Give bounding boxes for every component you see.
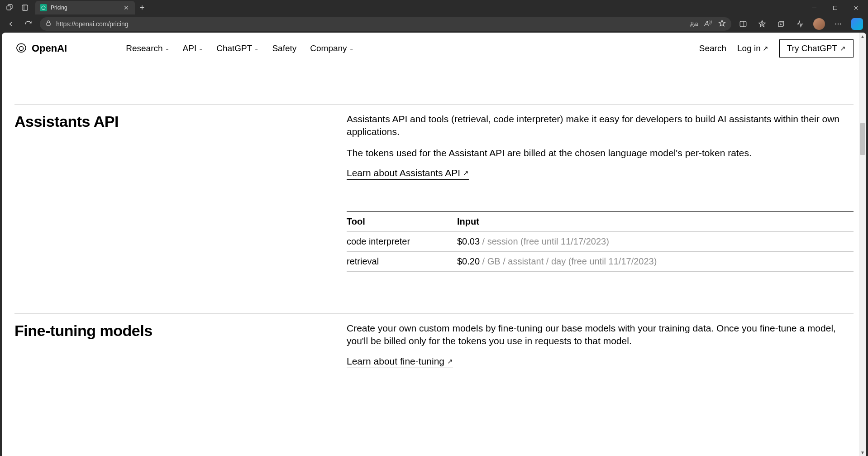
scroll-down-arrow[interactable]: ▼ (859, 449, 866, 456)
finetune-title: Fine-tuning models (14, 322, 347, 340)
favorite-icon[interactable] (718, 19, 726, 29)
login-link[interactable]: Log in↗ (737, 43, 768, 53)
external-arrow-icon: ↗ (840, 44, 846, 53)
profile-avatar[interactable] (811, 17, 827, 31)
assistants-desc-2: The tokens used for the Assistant API ar… (347, 147, 854, 159)
table-header-row: Tool Input (347, 211, 854, 231)
assistants-title: Assistants API (14, 113, 347, 130)
search-link[interactable]: Search (699, 43, 726, 53)
table-row: code interpreter $0.03 / session (free u… (347, 231, 854, 251)
close-button[interactable] (845, 0, 866, 15)
svg-point-17 (838, 24, 839, 24)
brand-name: OpenAI (32, 43, 67, 54)
svg-rect-9 (740, 21, 746, 27)
svg-point-19 (19, 47, 24, 51)
finetune-desc: Create your own custom models by fine-tu… (347, 322, 854, 348)
lock-icon (45, 20, 52, 28)
table-row: retrieval $0.20 / GB / assistant / day (… (347, 251, 854, 272)
maximize-button[interactable] (825, 0, 845, 15)
chevron-down-icon: ⌄ (199, 46, 203, 52)
th-input: Input (457, 216, 854, 227)
nav-api[interactable]: API⌄ (183, 43, 203, 53)
refresh-button[interactable] (20, 17, 36, 31)
td-tool: code interpreter (347, 236, 457, 247)
svg-point-16 (835, 24, 836, 24)
workspaces-icon[interactable] (17, 0, 33, 15)
collections-icon[interactable] (773, 17, 789, 31)
chevron-down-icon: ⌄ (254, 46, 258, 52)
favorites-icon[interactable] (754, 17, 770, 31)
browser-tab[interactable]: Pricing ✕ (35, 1, 135, 14)
titlebar: Pricing ✕ + (0, 0, 868, 15)
browser-chrome: Pricing ✕ + https://openai.com/pricing あ… (0, 0, 868, 33)
site-header: OpenAI Research⌄ API⌄ ChatGPT⌄ Safety Co… (2, 33, 866, 64)
th-tool: Tool (347, 216, 457, 227)
split-screen-icon[interactable] (735, 17, 751, 31)
page-viewport: OpenAI Research⌄ API⌄ ChatGPT⌄ Safety Co… (2, 33, 866, 456)
chevron-down-icon: ⌄ (165, 46, 169, 52)
assistants-section: Assistants API Assistants API and tools … (14, 105, 854, 272)
minimize-button[interactable] (804, 0, 825, 15)
new-tab-button[interactable]: + (135, 3, 149, 13)
svg-rect-0 (7, 6, 11, 10)
svg-rect-5 (833, 6, 837, 10)
chevron-down-icon: ⌄ (349, 46, 353, 52)
td-price: $0.03 / session (free until 11/17/2023) (457, 236, 854, 247)
svg-point-18 (840, 24, 841, 24)
learn-assistants-link[interactable]: Learn about Assistants API↗ (347, 168, 469, 180)
vertical-scrollbar[interactable]: ▲ ▼ (859, 33, 866, 456)
translate-icon[interactable]: あa (690, 20, 698, 28)
scroll-thumb[interactable] (860, 123, 865, 155)
tab-close-button[interactable]: ✕ (122, 4, 130, 11)
tab-actions-icon[interactable] (2, 0, 17, 15)
try-chatgpt-button[interactable]: Try ChatGPT↗ (779, 39, 854, 58)
nav-chatgpt[interactable]: ChatGPT⌄ (216, 43, 258, 53)
svg-point-3 (42, 6, 45, 10)
main-nav: Research⌄ API⌄ ChatGPT⌄ Safety Company⌄ (126, 43, 353, 53)
scroll-up-arrow[interactable]: ▲ (859, 33, 866, 40)
nav-company[interactable]: Company⌄ (310, 43, 353, 53)
header-right: Search Log in↗ Try ChatGPT↗ (699, 39, 854, 58)
read-aloud-icon[interactable]: A)) (704, 20, 712, 28)
site-favicon (40, 4, 47, 11)
assistants-desc-1: Assistants API and tools (retrieval, cod… (347, 113, 854, 139)
brand-logo[interactable]: OpenAI (14, 42, 67, 55)
back-button[interactable] (3, 17, 19, 31)
copilot-icon[interactable] (849, 17, 865, 31)
finetune-section: Fine-tuning models Create your own custo… (14, 314, 854, 368)
tab-title: Pricing (51, 5, 122, 11)
external-arrow-icon: ↗ (463, 169, 469, 177)
external-arrow-icon: ↗ (763, 44, 768, 53)
window-controls (804, 0, 866, 15)
url-text: https://openai.com/pricing (56, 20, 129, 28)
td-price: $0.20 / GB / assistant / day (free until… (457, 256, 854, 267)
learn-finetune-link[interactable]: Learn about fine-tuning↗ (347, 356, 453, 368)
more-icon[interactable] (830, 17, 846, 31)
address-bar-row: https://openai.com/pricing あa A)) (0, 15, 868, 33)
openai-logo-icon (14, 42, 28, 55)
performance-icon[interactable] (792, 17, 808, 31)
nav-safety[interactable]: Safety (272, 43, 296, 53)
assistants-price-table: Tool Input code interpreter $0.03 / sess… (347, 211, 854, 272)
td-tool: retrieval (347, 256, 457, 267)
svg-rect-1 (22, 5, 28, 10)
external-arrow-icon: ↗ (447, 357, 453, 365)
address-bar[interactable]: https://openai.com/pricing あa A)) (40, 17, 731, 31)
svg-rect-8 (47, 23, 50, 25)
nav-research[interactable]: Research⌄ (126, 43, 169, 53)
